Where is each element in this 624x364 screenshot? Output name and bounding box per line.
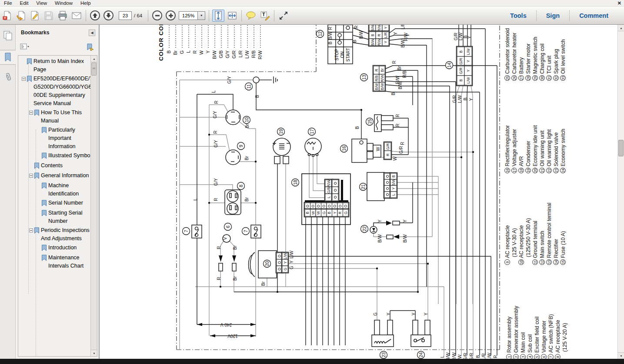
color-code-entry: G/R bbox=[231, 50, 237, 59]
color-code-entry: Y bbox=[205, 50, 210, 53]
zoom-dropdown-button[interactable]: ▼ bbox=[198, 11, 205, 20]
wire-label: B bbox=[463, 97, 468, 100]
menu-edit[interactable]: Edit bbox=[16, 0, 33, 7]
bookmark-item[interactable]: Introduction bbox=[18, 244, 95, 253]
wire-label: W bbox=[457, 354, 462, 359]
callout-number: 22 bbox=[362, 226, 367, 232]
bookmarks-panel-title: Bookmarks bbox=[21, 30, 49, 36]
previous-page-button[interactable] bbox=[90, 10, 100, 20]
bookmark-item[interactable]: Starting Serial Number bbox=[18, 209, 95, 225]
legend-item: 13Remote control terminal bbox=[546, 203, 553, 265]
wire-label: Y bbox=[403, 219, 407, 222]
menu-file[interactable]: File bbox=[0, 0, 16, 7]
connector-pin-label: B bbox=[391, 175, 396, 178]
legend-item: 9AC receptacle(125 V-30 A) bbox=[504, 225, 518, 265]
scroll-mode-button[interactable] bbox=[212, 10, 224, 22]
bookmark-item[interactable]: Contents bbox=[18, 162, 95, 171]
export-button[interactable] bbox=[15, 10, 27, 22]
callout-number: 20 bbox=[264, 261, 270, 266]
connector-pin-label: W bbox=[316, 211, 320, 215]
callout-number: 10 bbox=[244, 117, 249, 122]
email-button[interactable] bbox=[70, 10, 83, 22]
color-code-entry: Br bbox=[173, 50, 178, 55]
fuse-symbol bbox=[374, 115, 381, 132]
save-button[interactable] bbox=[43, 10, 55, 22]
comment-button[interactable]: Comment bbox=[570, 12, 618, 19]
menu-window[interactable]: Window bbox=[51, 0, 77, 7]
legend-number: 27 bbox=[518, 75, 524, 81]
page-number-input[interactable] bbox=[119, 11, 132, 20]
wire-label: Y bbox=[469, 98, 474, 101]
bookmark-item[interactable]: Return to Main Index Page bbox=[18, 57, 95, 74]
bookmark-item[interactable]: Periodic Inspections And Adjustments bbox=[18, 226, 95, 243]
wire-label: B/W bbox=[398, 81, 403, 89]
bookmarks-scrollbar-thumb[interactable] bbox=[91, 63, 97, 76]
tools-button[interactable]: Tools bbox=[501, 12, 536, 19]
bookmarks-tab[interactable] bbox=[0, 50, 16, 65]
legend-item: 30Charging coil bbox=[539, 43, 546, 81]
scroll-up-icon[interactable]: ▲ bbox=[91, 56, 97, 62]
close-icon[interactable]: ✕ bbox=[617, 0, 621, 7]
bookmark-item[interactable]: Machine Identification bbox=[18, 182, 95, 198]
menu-help[interactable]: Help bbox=[77, 0, 95, 7]
attachments-tab[interactable] bbox=[0, 70, 16, 85]
toolbar-separator bbox=[209, 10, 209, 21]
collapse-expander-icon[interactable] bbox=[28, 228, 34, 232]
zoom-out-button[interactable] bbox=[152, 10, 162, 20]
sticky-note-button[interactable] bbox=[245, 10, 257, 22]
fullscreen-button[interactable] bbox=[277, 10, 290, 22]
bookmark-item[interactable]: Maintenance Intervals Chart bbox=[18, 254, 95, 270]
bookmark-options-icon[interactable] bbox=[20, 43, 30, 50]
wire-label: R/W bbox=[452, 352, 457, 359]
menu-view[interactable]: View bbox=[32, 0, 51, 7]
legend-item: 27Battery bbox=[518, 57, 525, 81]
vertical-scrollbar[interactable]: ▲ ▼ bbox=[617, 25, 624, 359]
scroll-mode-icon bbox=[213, 10, 224, 21]
expand-current-bookmark-icon[interactable] bbox=[86, 43, 94, 51]
bookmark-item[interactable]: Serial Number bbox=[18, 199, 95, 208]
bookmarks-scrollbar[interactable]: ▲ ▼ bbox=[90, 56, 97, 356]
bookmark-flag-icon bbox=[41, 200, 48, 208]
collapse-expander-icon[interactable] bbox=[28, 174, 34, 178]
callout-number: 21 bbox=[360, 184, 366, 189]
color-code-entry: G/B bbox=[218, 50, 224, 58]
collapse-panel-button[interactable]: ◀ bbox=[89, 30, 95, 36]
scrollbar-thumb[interactable] bbox=[618, 140, 624, 156]
toolbar-separator bbox=[274, 10, 274, 21]
zoom-in-button[interactable] bbox=[166, 10, 176, 20]
scroll-down-icon[interactable]: ▼ bbox=[91, 350, 97, 356]
bookmark-flag-icon bbox=[41, 255, 48, 263]
scroll-up-icon[interactable]: ▲ bbox=[618, 25, 624, 31]
wire-label: W bbox=[376, 147, 380, 151]
fit-width-button[interactable] bbox=[226, 10, 238, 22]
connector-pin-label: Y bbox=[333, 212, 337, 214]
legend-number: 21 bbox=[539, 168, 545, 173]
scroll-down-icon[interactable]: ▼ bbox=[618, 352, 624, 359]
legend-item: 15Fuse (10 A) bbox=[560, 231, 567, 265]
collapse-expander-icon[interactable] bbox=[21, 77, 27, 81]
bookmark-item[interactable]: EF5200DE/EF6600DE/YG5200D/YG6600D/YG6600… bbox=[18, 75, 95, 108]
next-page-button[interactable] bbox=[103, 10, 113, 20]
collapse-expander-icon[interactable] bbox=[28, 111, 34, 115]
bookmark-item[interactable]: Particularly Important Information bbox=[18, 126, 95, 151]
wire-label: 120V bbox=[227, 334, 238, 338]
create-pdf-button[interactable] bbox=[1, 10, 13, 22]
bookmark-flag-icon bbox=[34, 172, 41, 181]
pdf-page[interactable]: COLOR CODEBBrGLRWYB/WG/BG/YG/RL/RL/WR/BR… bbox=[100, 25, 617, 359]
bookmark-item[interactable]: How To Use This Manual bbox=[18, 109, 95, 125]
text-edits-button[interactable]: T bbox=[259, 10, 271, 22]
sign-button[interactable]: Sign bbox=[537, 12, 569, 19]
zoom-level-input[interactable] bbox=[179, 11, 198, 20]
bookmark-item[interactable]: General Information bbox=[18, 172, 95, 181]
page-thumbnails-tab[interactable] bbox=[0, 28, 16, 43]
bookmark-label: Machine Identification bbox=[48, 182, 95, 198]
wire-label: B bbox=[476, 355, 481, 358]
connector-pin-label: R/W bbox=[327, 180, 331, 187]
bookmark-flag-icon bbox=[41, 210, 48, 218]
bookmark-flag-icon bbox=[34, 227, 41, 235]
print-button[interactable] bbox=[57, 10, 69, 22]
bookmark-item[interactable]: Illustrated Symbols bbox=[18, 152, 95, 161]
legend-number: 10 bbox=[518, 259, 524, 265]
sign-button-icon[interactable] bbox=[29, 10, 41, 22]
callout-number: 9 bbox=[238, 145, 244, 147]
